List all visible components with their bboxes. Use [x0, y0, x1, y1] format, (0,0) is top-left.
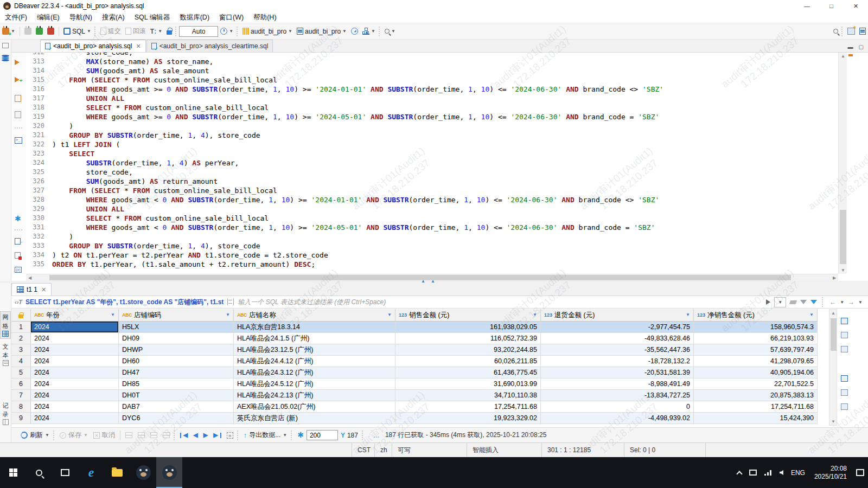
table-cell[interactable]: 22,701,522.5 [694, 378, 818, 390]
code-line[interactable]: 323 SELECT [26, 149, 663, 158]
editor-tab[interactable]: <audit_bi_pro> analysis_cleartime.sql [146, 40, 273, 52]
table-cell[interactable]: 60,026,211.85 [395, 356, 541, 367]
code-line[interactable]: 330 SELECT * FROM custom_online_sale_bil… [26, 214, 663, 223]
row-number[interactable]: 8 [11, 401, 31, 413]
code-line[interactable]: 324 SUBSTR(order_time, 1, 4) AS perYear, [26, 158, 663, 168]
table-cell[interactable]: 161,938,029.05 [395, 322, 541, 333]
table-cell[interactable]: 2024 [31, 401, 119, 413]
result-view-tab-文本[interactable]: 文本 [0, 341, 11, 368]
dbeaver-perspective-button[interactable] [857, 25, 868, 38]
table-cell[interactable]: AEX唯品会21.05.02(广州) [234, 401, 395, 413]
start-button[interactable] [0, 457, 26, 488]
taskbar-clock[interactable]: 20:082025/10/21 [809, 457, 852, 488]
scrollbar-thumb[interactable] [840, 210, 846, 264]
scroll-left-icon[interactable]: ◀ [26, 275, 34, 280]
tray-network-button[interactable] [761, 457, 776, 488]
result-view-tab-网格[interactable]: 网格 [0, 311, 11, 339]
code-line[interactable]: 329 UNION ALL [26, 204, 663, 214]
transaction-lock-button[interactable] [164, 25, 174, 38]
table-cell[interactable]: 2024 [31, 378, 119, 390]
menu-item[interactable]: 搜索(A) [97, 12, 130, 23]
code-line[interactable]: 326 SUM(goods_amt) AS return_amount [26, 177, 663, 186]
menu-item[interactable]: 文件(F) [0, 12, 32, 23]
code-line[interactable]: 325 store_code, [26, 168, 663, 177]
column-header[interactable]: ABC店铺编码▼ [119, 309, 234, 322]
aggregate-panel-icon[interactable] [841, 375, 848, 382]
row-number[interactable]: 2 [11, 333, 31, 344]
code-line[interactable]: 313 MAX(store_name) AS store_name, [26, 57, 663, 66]
dbeaver-taskbar-button[interactable] [130, 457, 156, 488]
code-line[interactable]: 315 FROM (SELECT * FROM custom_online_sa… [26, 75, 663, 85]
apply-filter-icon[interactable] [766, 299, 770, 305]
rollback-button[interactable]: 回滚 [123, 25, 148, 38]
table-cell[interactable]: -18,728,132.2 [541, 356, 694, 367]
scroll-down-icon[interactable]: ▼ [829, 419, 837, 424]
row-number[interactable]: 1 [11, 322, 31, 333]
table-cell[interactable]: HLA京东自营18.3.14 [234, 322, 395, 333]
clear-filter-icon[interactable] [789, 300, 797, 304]
fetch-size-input[interactable] [307, 430, 338, 440]
row-number[interactable]: 3 [11, 344, 31, 356]
value-viewer-panel-icon[interactable] [841, 318, 848, 324]
internet-explorer-button[interactable]: e [78, 457, 104, 488]
row-number[interactable]: 4 [11, 356, 31, 367]
column-filter-icon[interactable]: ▼ [226, 309, 230, 321]
table-cell[interactable]: HLA唯品会24.5.12 (广州) [234, 378, 395, 390]
menu-item[interactable]: 导航(N) [65, 12, 97, 23]
editor-vertical-scrollbar[interactable]: ▲ ▼ [838, 53, 847, 274]
column-header[interactable]: 123净销售金额 (元)▼ [694, 309, 818, 322]
row-count-button[interactable]: Y187 [338, 429, 361, 442]
maximize-button[interactable]: □ [819, 0, 844, 12]
calc-panel-icon[interactable] [841, 403, 848, 410]
table-cell[interactable]: -8,988,491.49 [541, 378, 694, 390]
menu-item[interactable]: 数据库(D) [175, 12, 214, 23]
task-view-button[interactable] [52, 457, 78, 488]
expand-filter-icon[interactable] [227, 299, 234, 305]
filter-outline-icon[interactable] [800, 300, 807, 304]
table-cell[interactable]: -20,531,581.39 [541, 367, 694, 378]
table-cell[interactable]: 34,710,110.38 [395, 390, 541, 401]
code-line[interactable]: 331 WHERE goods_amt < 0 AND SUBSTR(order… [26, 223, 663, 232]
table-cell[interactable]: 40,905,194.06 [694, 367, 818, 378]
table-cell[interactable]: HLA唯品会24.1.5 (广州) [234, 333, 395, 344]
scroll-right-icon[interactable]: ▶ [831, 275, 838, 280]
delete-row-button[interactable] [148, 429, 160, 442]
column-header[interactable]: 123销售金额 (元)▼ [395, 309, 541, 322]
tray-expand-button[interactable] [733, 457, 745, 488]
references-panel-icon[interactable] [841, 389, 848, 396]
database-selector[interactable]: audit_bi_pro▼ [240, 25, 295, 38]
result-settings-button[interactable]: ✱ [295, 429, 307, 442]
menu-item[interactable]: 帮助(H) [248, 12, 281, 23]
refresh-button[interactable]: 刷新▼ [18, 429, 52, 442]
column-filter-icon[interactable]: ▼ [387, 309, 392, 321]
disconnect-button[interactable] [45, 25, 56, 38]
table-cell[interactable]: 93,202,244.85 [395, 344, 541, 356]
add-row-button[interactable] [123, 429, 135, 442]
table-cell[interactable]: 2024 [31, 356, 119, 367]
save-button[interactable]: ✓保存▼ [57, 429, 91, 442]
autocommit-combo[interactable]: Auto [179, 26, 218, 37]
table-cell[interactable]: 英氏京东自营店 (新) [234, 413, 395, 424]
table-cell[interactable]: 15,424,390 [694, 413, 818, 424]
column-filter-icon[interactable]: ▼ [533, 309, 537, 321]
table-cell[interactable]: -13,834,727.25 [541, 390, 694, 401]
dbeaver-taskbar-button-active[interactable] [156, 457, 182, 488]
result-view-tab-记录[interactable]: 记录 [0, 400, 11, 427]
close-button[interactable]: ✕ [844, 0, 868, 12]
filter-icon[interactable] [810, 300, 817, 304]
open-perspective-button[interactable] [845, 25, 857, 38]
dashboard-button[interactable] [349, 25, 360, 38]
table-cell[interactable]: 57,639,797.49 [694, 344, 818, 356]
metadata-panel-icon[interactable] [841, 346, 848, 352]
column-header[interactable]: 123退货金额 (元)▼ [541, 309, 694, 322]
code-line[interactable]: 328 WHERE goods_amt < 0 AND SUBSTR(order… [26, 195, 663, 204]
row-number[interactable]: 7 [11, 390, 31, 401]
next-page-button[interactable]: ▶ [201, 429, 210, 442]
sql-editor[interactable]: 312 store_code,313 MAX(store_name) AS st… [26, 53, 838, 274]
file-explorer-button[interactable] [104, 457, 130, 488]
column-filter-icon[interactable]: ▼ [111, 309, 115, 321]
table-cell[interactable]: 66,219,103.93 [694, 333, 818, 344]
column-header[interactable]: ABC年份▼ [31, 309, 119, 322]
code-line[interactable]: 334) t2 ON t1.perYear = t2.perYear AND t… [26, 251, 663, 260]
language-indicator[interactable]: ENG [787, 457, 809, 488]
